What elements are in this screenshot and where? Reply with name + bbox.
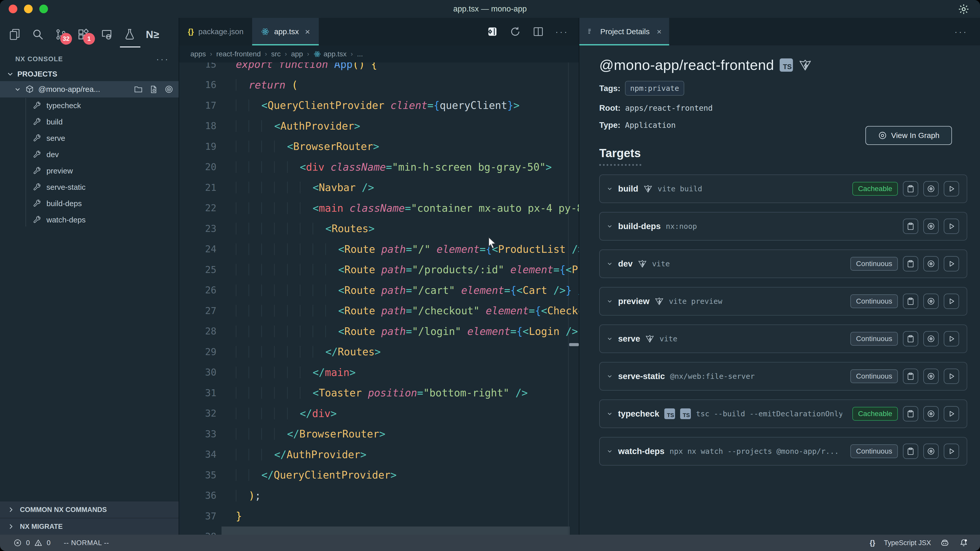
code-line-34[interactable]: 34</AuthProvider> (179, 445, 579, 465)
target-card-build-deps[interactable]: build-depsnx:noop (599, 212, 967, 241)
code-line-37[interactable]: 37} (179, 506, 579, 527)
sidebar-more-actions-icon[interactable]: ··· (156, 56, 169, 62)
copy-task-button[interactable] (903, 256, 918, 272)
breadcrumb-item[interactable]: app (291, 50, 303, 58)
copy-task-button[interactable] (903, 444, 918, 459)
settings-gear-icon[interactable] (958, 3, 970, 16)
run-target-button[interactable] (944, 368, 959, 384)
close-tab-icon[interactable]: × (305, 27, 310, 37)
code-line-25[interactable]: 25<Route path="/products/:id" element={<… (179, 259, 579, 280)
sidebar-task-typecheck[interactable]: typecheck (0, 97, 179, 114)
code-line-21[interactable]: 21<Navbar /> (179, 177, 579, 198)
view-target-button[interactable] (923, 256, 939, 272)
split-editor-icon[interactable] (532, 26, 544, 38)
run-target-button[interactable] (944, 181, 959, 197)
warnings-count[interactable]: 0 (47, 539, 51, 547)
view-target-button[interactable] (923, 331, 939, 346)
explorer-icon[interactable] (8, 27, 22, 41)
code-line-26[interactable]: 26<Route path="/cart" element={<Cart />}… (179, 280, 579, 301)
code-line-30[interactable]: 30</main> (179, 362, 579, 383)
copy-task-button[interactable] (903, 368, 918, 384)
folder-icon[interactable] (134, 85, 143, 94)
panel-more-actions-icon[interactable]: ··· (955, 29, 980, 34)
errors-count[interactable]: 0 (26, 539, 30, 547)
view-target-button[interactable] (923, 294, 939, 309)
extensions-icon[interactable]: 1 (76, 27, 91, 41)
code-line-22[interactable]: 22<main className="container mx-auto px-… (179, 198, 579, 219)
target-card-build[interactable]: buildvite buildCacheable (599, 175, 967, 203)
view-in-graph-button[interactable]: View In Graph (865, 126, 952, 145)
view-target-button[interactable] (923, 406, 939, 421)
copy-task-button[interactable] (903, 294, 918, 309)
target-card-dev[interactable]: devviteContinuous (599, 249, 967, 278)
breadcrumb-item[interactable]: react-frontend (216, 50, 261, 58)
target-card-watch-deps[interactable]: watch-depsnpx nx watch --projects @mono-… (599, 437, 967, 465)
breadcrumb-item[interactable]: apps (190, 50, 206, 58)
target-card-typecheck[interactable]: typecheckTSTStsc --build --emitDeclarati… (599, 400, 967, 428)
sidebar-task-serve[interactable]: serve (0, 130, 179, 146)
sidebar-section-common-nx-commands[interactable]: COMMON NX COMMANDS (0, 501, 179, 518)
run-target-button[interactable] (944, 256, 959, 272)
breadcrumb-item[interactable]: ... (357, 50, 363, 58)
code-line-28[interactable]: 28<Route path="/login" element={<Login /… (179, 321, 579, 342)
sidebar-task-build[interactable]: build (0, 114, 179, 130)
sidebar-task-dev[interactable]: dev (0, 146, 179, 163)
code-line-23[interactable]: 23<Routes> (179, 218, 579, 239)
code-line-32[interactable]: 32</div> (179, 403, 579, 424)
sidebar-task-preview[interactable]: preview (0, 163, 179, 179)
open-project-details-icon[interactable] (487, 26, 498, 38)
copy-task-button[interactable] (903, 406, 918, 421)
refresh-icon[interactable] (509, 26, 521, 38)
view-target-button[interactable] (923, 444, 939, 459)
source-control-icon[interactable]: 32 (54, 27, 68, 41)
close-panel-icon[interactable]: × (657, 27, 662, 37)
run-target-button[interactable] (944, 444, 959, 459)
copilot-icon[interactable] (940, 538, 950, 548)
target-card-serve-static[interactable]: serve-static@nx/web:file-serverContinuou… (599, 362, 967, 391)
editor-more-actions-icon[interactable]: ··· (555, 29, 569, 34)
view-target-button[interactable] (923, 368, 939, 384)
sidebar-task-serve-static[interactable]: serve-static (0, 179, 179, 195)
copy-task-button[interactable] (903, 219, 918, 234)
code-line-19[interactable]: 19<BrowserRouter> (179, 136, 579, 157)
view-target-button[interactable] (923, 181, 939, 197)
view-target-button[interactable] (923, 219, 939, 234)
run-target-button[interactable] (944, 219, 959, 234)
projects-section-header[interactable]: PROJECTS (0, 67, 179, 81)
target-card-serve[interactable]: serveviteContinuous (599, 324, 967, 353)
code-line-36[interactable]: 36); (179, 486, 579, 506)
target-icon[interactable] (164, 85, 173, 94)
breadcrumb-item[interactable]: src (271, 50, 280, 58)
code-line-15[interactable]: 15export function App() { (179, 62, 579, 75)
code-line-16[interactable]: 16return ( (179, 75, 579, 95)
code-editor[interactable]: 15export function App() {16return (17<Qu… (179, 62, 579, 535)
sidebar-task-build-deps[interactable]: build-deps (0, 195, 179, 212)
code-line-24[interactable]: 24<Route path="/" element={<ProductList … (179, 239, 579, 260)
code-line-33[interactable]: 33</BrowserRouter> (179, 424, 579, 445)
code-line-31[interactable]: 31<Toaster position="bottom-right" /> (179, 383, 579, 403)
language-mode[interactable]: TypeScript JSX (884, 539, 931, 547)
breadcrumb-item[interactable]: app.tsx (313, 50, 347, 58)
code-line-20[interactable]: 20<div className="min-h-screen bg-gray-5… (179, 157, 579, 178)
tab-package-json[interactable]: {} package.json (179, 18, 252, 45)
copy-task-button[interactable] (903, 331, 918, 346)
testing-icon[interactable] (123, 27, 137, 41)
copy-task-button[interactable] (903, 181, 918, 197)
code-line-35[interactable]: 35</QueryClientProvider> (179, 465, 579, 486)
sidebar-project-row[interactable]: @mono-app/rea... (0, 81, 179, 97)
tab-project-details[interactable]: Project Details × (579, 18, 669, 45)
file-refresh-icon[interactable] (149, 85, 158, 94)
errors-icon[interactable] (13, 538, 22, 547)
tab-app-tsx[interactable]: app.tsx × (252, 18, 319, 45)
code-line-18[interactable]: 18<AuthProvider> (179, 116, 579, 137)
notifications-bell-icon[interactable] (959, 538, 969, 548)
code-line-29[interactable]: 29</Routes> (179, 341, 579, 362)
run-target-button[interactable] (944, 406, 959, 421)
run-target-button[interactable] (944, 331, 959, 346)
code-line-17[interactable]: 17<QueryClientProvider client={queryClie… (179, 95, 579, 116)
code-line-38[interactable]: 38 (179, 527, 579, 535)
sidebar-task-watch-deps[interactable]: watch-deps (0, 212, 179, 228)
editor-scrollbar-thumb[interactable] (569, 343, 579, 346)
sidebar-section-nx-migrate[interactable]: NX MIGRATE (0, 518, 179, 535)
run-target-button[interactable] (944, 294, 959, 309)
